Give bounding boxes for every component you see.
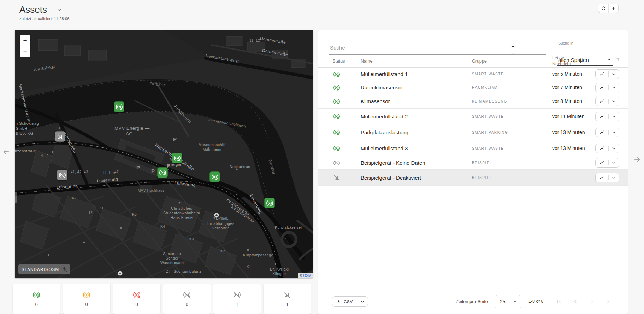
table-row-selected[interactable]: Beispielgerät - Deaktiviert BEISPIEL - xyxy=(318,170,628,186)
asset-name: Mülleimerfüllstand 2 xyxy=(361,114,472,120)
map-marker-online[interactable] xyxy=(114,101,124,112)
asset-name: Raumklimasensor xyxy=(361,85,472,91)
chevron-down-icon xyxy=(611,160,616,165)
chevron-down-icon xyxy=(611,175,616,180)
asset-group: SMART WASTE xyxy=(472,72,552,76)
expand-row-button[interactable] xyxy=(609,97,619,106)
map-side-handle[interactable] xyxy=(15,192,17,203)
zoom-in-button[interactable]: + xyxy=(20,35,30,46)
carousel-prev-icon[interactable] xyxy=(2,148,10,156)
caret-down-icon xyxy=(512,299,518,304)
chevron-down-icon xyxy=(611,130,616,135)
asset-group: SMART PARKING xyxy=(472,130,552,134)
text-cursor-icon xyxy=(511,46,515,55)
table-row[interactable]: Parkplatzauslastung SMART PARKING vor 13… xyxy=(318,124,628,140)
col-group[interactable]: Gruppe xyxy=(472,59,552,64)
last-page-button[interactable] xyxy=(605,298,612,305)
expand-row-button[interactable] xyxy=(609,83,619,92)
map-marker-deactivated[interactable] xyxy=(55,131,65,142)
first-page-button[interactable] xyxy=(556,298,562,305)
expand-row-button[interactable] xyxy=(609,112,619,121)
table-row[interactable]: Beispielgerät - Keine Daten BEISPIEL - xyxy=(318,156,628,170)
refresh-icon xyxy=(601,6,606,11)
signal-icon xyxy=(116,103,123,111)
map-canvas xyxy=(15,30,313,278)
refresh-button[interactable] xyxy=(598,4,608,13)
chart-button[interactable] xyxy=(596,70,608,78)
expand-row-button[interactable] xyxy=(609,173,619,182)
signal-icon xyxy=(266,199,273,207)
insights-icon xyxy=(599,160,605,165)
page-title: Assets xyxy=(19,4,47,15)
assets-page: Assets zuletzt aktualisiert: 11:28:06 xyxy=(0,0,644,314)
export-options-button[interactable] xyxy=(357,297,368,306)
chart-button[interactable] xyxy=(596,97,608,106)
chart-button[interactable] xyxy=(596,128,608,137)
status-card-online: 6 xyxy=(13,284,60,314)
signal-off-icon xyxy=(183,291,191,299)
asset-last-message: - xyxy=(552,159,586,166)
table-header: Status Name Gruppe Letzte Nachricht xyxy=(318,55,628,68)
map-marker-online[interactable] xyxy=(172,153,182,163)
map-layer-label: STANDARD/OSM xyxy=(22,267,59,272)
asset-name: Beispielgerät - Deaktiviert xyxy=(361,175,472,181)
chart-button[interactable] xyxy=(596,83,608,92)
table-row[interactable]: Klimasensor KLIMAMESSUNG vor 8 Minuten xyxy=(318,94,628,109)
asset-group: SMART WASTE xyxy=(472,115,552,118)
osm-link[interactable]: OSM xyxy=(303,274,311,278)
zoom-out-button[interactable]: − xyxy=(20,46,30,57)
rows-per-page-label: Zeilen pro Seite xyxy=(456,299,488,304)
row-actions xyxy=(595,112,619,121)
chart-button[interactable] xyxy=(596,173,608,182)
col-last-message[interactable]: Letzte Nachricht xyxy=(552,55,595,67)
status-online-icon xyxy=(333,113,340,120)
add-asset-button[interactable] xyxy=(608,4,618,13)
status-card-deactivated: 1 xyxy=(264,284,311,314)
asset-name: Parkplatzauslastung xyxy=(361,129,472,135)
map[interactable]: DammstraßeDammstraßeNeckarstadt-WestAm S… xyxy=(15,30,313,278)
row-actions xyxy=(595,144,619,153)
insights-icon xyxy=(599,85,605,90)
chart-button[interactable] xyxy=(596,158,608,167)
col-name[interactable]: Name xyxy=(361,59,472,64)
last-updated-text: zuletzt aktualisiert: 11:28:06 xyxy=(19,17,70,21)
chevron-down-icon xyxy=(360,299,365,304)
asset-last-message: vor 8 Minuten xyxy=(552,98,586,104)
status-count: 1 xyxy=(236,302,238,307)
pagination-controls xyxy=(556,298,612,305)
chart-button[interactable] xyxy=(596,112,608,121)
table-row[interactable]: Mülleimerfüllstand 2 SMART WASTE vor 11 … xyxy=(318,109,628,124)
map-marker-no-data[interactable] xyxy=(57,170,67,180)
map-marker-online[interactable] xyxy=(209,171,220,182)
status-deactivated-icon xyxy=(333,174,340,181)
carousel-next-icon[interactable] xyxy=(633,156,641,163)
expand-row-button[interactable] xyxy=(609,70,619,78)
previous-page-button[interactable] xyxy=(572,298,579,305)
col-status[interactable]: Status xyxy=(332,59,361,64)
status-card-warning: 0 xyxy=(63,284,110,314)
table-row[interactable]: Mülleimerfüllstand 3 SMART WASTE vor 13 … xyxy=(318,140,628,156)
map-layer-button[interactable]: STANDARD/OSM xyxy=(18,264,70,274)
map-marker-online[interactable] xyxy=(264,198,275,208)
signal-warning-icon xyxy=(83,291,90,299)
expand-row-button[interactable] xyxy=(609,128,619,137)
expand-row-button[interactable] xyxy=(609,158,619,167)
map-marker-online[interactable] xyxy=(157,167,168,178)
rows-per-page-select[interactable]: 25 xyxy=(495,295,521,308)
title-chevron-down-icon[interactable] xyxy=(56,7,63,13)
table-row[interactable]: Raumklimasensor RAUMKLIMA vor 7 Minuten xyxy=(318,81,628,94)
export-csv-button[interactable]: CSV xyxy=(332,296,368,307)
signal-icon xyxy=(57,133,64,140)
next-page-button[interactable] xyxy=(589,298,596,305)
insights-icon xyxy=(599,114,605,119)
status-count: 6 xyxy=(35,302,37,307)
status-card-no-data: 1 xyxy=(213,284,261,314)
sort-descending-icon[interactable] xyxy=(578,58,584,64)
expand-row-button[interactable] xyxy=(609,144,619,153)
insights-icon xyxy=(599,99,605,104)
table-row[interactable]: Mülleimerfüllstand 1 SMART WASTE vor 5 M… xyxy=(318,68,628,81)
last-page-icon xyxy=(605,298,612,305)
chart-button[interactable] xyxy=(596,144,608,153)
signal-error-icon xyxy=(133,291,141,299)
row-actions xyxy=(595,128,619,137)
